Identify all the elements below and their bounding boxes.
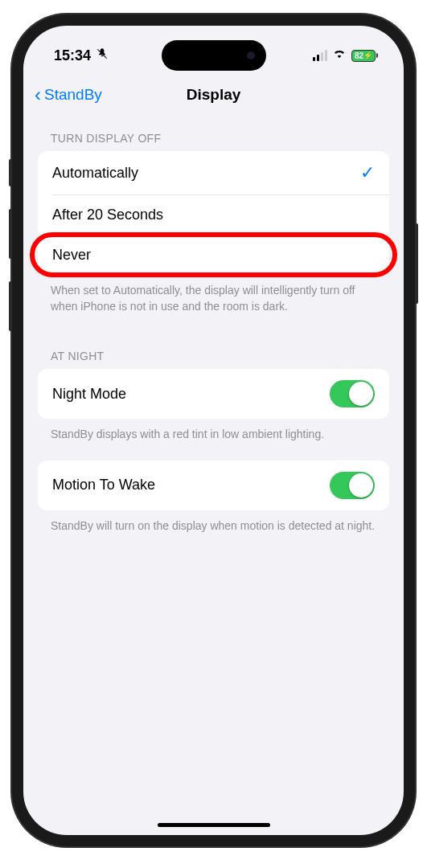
turn-off-footer: When set to Automatically, the display w… xyxy=(38,275,389,314)
night-mode-toggle[interactable] xyxy=(330,380,375,407)
section-header-at-night: AT NIGHT xyxy=(38,332,389,369)
status-time: 15:34 xyxy=(54,47,91,64)
turn-off-options-group: Automatically ✓ After 20 Seconds Never xyxy=(38,151,389,275)
back-button[interactable]: ‹ StandBy xyxy=(35,85,102,104)
night-group: Night Mode xyxy=(38,369,389,419)
silent-mode-icon xyxy=(96,47,109,64)
phone-frame: 15:34 82⚡ xyxy=(12,14,415,846)
option-after-20-seconds[interactable]: After 20 Seconds xyxy=(38,194,389,235)
chevron-left-icon: ‹ xyxy=(35,85,41,104)
option-never[interactable]: Never xyxy=(38,235,389,275)
power-button xyxy=(415,223,418,304)
section-header-turn-off: TURN DISPLAY OFF xyxy=(38,114,389,151)
battery-percentage: 82 xyxy=(355,51,363,60)
motion-to-wake-toggle[interactable] xyxy=(330,472,375,499)
screen: 15:34 82⚡ xyxy=(23,26,404,835)
home-indicator[interactable] xyxy=(158,823,270,827)
page-title: Display xyxy=(187,86,241,104)
navigation-bar: ‹ StandBy Display xyxy=(23,76,404,114)
motion-to-wake-row[interactable]: Motion To Wake xyxy=(38,461,389,510)
night-footer: StandBy displays with a red tint in low … xyxy=(38,419,389,443)
charging-icon: ⚡ xyxy=(363,51,372,59)
mute-switch xyxy=(9,159,12,186)
option-automatically[interactable]: Automatically ✓ xyxy=(38,151,389,194)
volume-up-button xyxy=(9,209,12,259)
dynamic-island xyxy=(162,40,266,71)
battery-indicator: 82⚡ xyxy=(351,50,378,62)
night-mode-row[interactable]: Night Mode xyxy=(38,369,389,419)
motion-footer: StandBy will turn on the display when mo… xyxy=(38,510,389,534)
wifi-icon xyxy=(332,48,347,63)
cellular-signal-icon xyxy=(313,50,327,61)
motion-group: Motion To Wake xyxy=(38,461,389,510)
volume-down-button xyxy=(9,281,12,331)
back-label: StandBy xyxy=(44,86,102,104)
checkmark-icon: ✓ xyxy=(360,162,375,183)
